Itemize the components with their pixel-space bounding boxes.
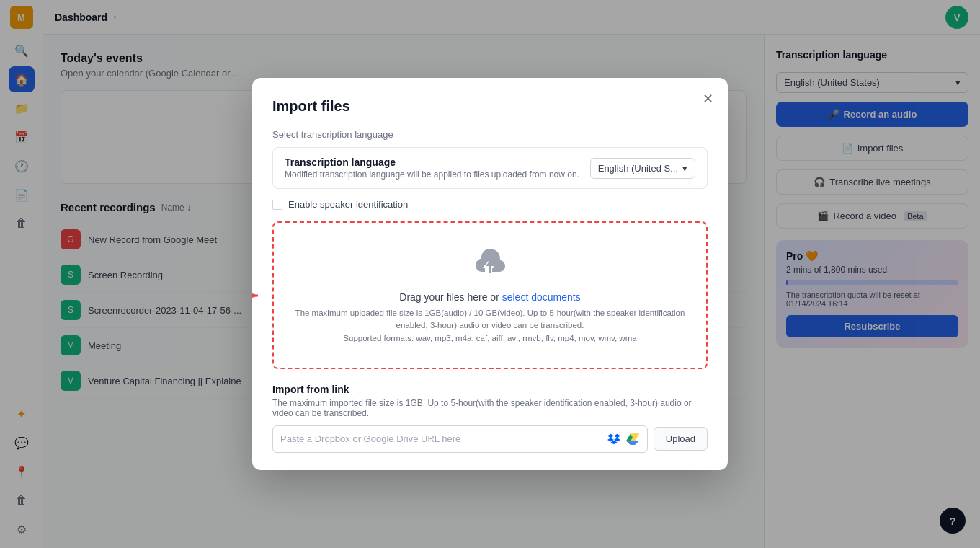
lang-row-title: Transcription language: [285, 156, 579, 168]
import-files-modal: ✕ Import files Select transcription lang…: [252, 78, 728, 470]
upload-drag-text: Drag your files here or select documents: [288, 291, 692, 303]
cloud-upload-icon: [288, 246, 692, 284]
link-input-wrap: Paste a Dropbox or Google Drive URL here: [272, 425, 648, 453]
modal-language-value: English (United S...: [598, 163, 678, 174]
modal-overlay[interactable]: ✕ Import files Select transcription lang…: [0, 0, 980, 548]
modal-title: Import files: [272, 98, 708, 115]
upload-info-line2: Supported formats: wav, mp3, m4a, caf, a…: [288, 332, 692, 345]
import-link-title: Import from link: [272, 384, 708, 395]
modal-lang-chevron-icon: ▾: [682, 163, 687, 174]
import-link-sub: The maximum imported file size is 1GB. U…: [272, 398, 708, 418]
dropbox-icon: [607, 432, 621, 446]
lang-row-sub: Modified transcription language will be …: [285, 169, 579, 180]
modal-close-button[interactable]: ✕: [703, 92, 713, 105]
speaker-label: Enable speaker identification: [288, 199, 408, 210]
link-placeholder: Paste a Dropbox or Google Drive URL here: [280, 433, 460, 444]
language-row: Transcription language Modified transcri…: [272, 147, 708, 189]
upload-drop-zone[interactable]: Drag your files here or select documents…: [272, 221, 708, 369]
red-arrow-icon: [252, 285, 265, 306]
upload-zone-wrapper: Drag your files here or select documents…: [272, 221, 708, 369]
speaker-identification-row: Enable speaker identification: [272, 199, 708, 210]
modal-language-select[interactable]: English (United S... ▾: [590, 158, 695, 179]
lang-row-left: Transcription language Modified transcri…: [285, 156, 579, 180]
upload-info-line1: The maximum uploaded file size is 1GB(au…: [288, 307, 692, 332]
link-icons: [607, 432, 640, 446]
link-input-row: Paste a Dropbox or Google Drive URL here: [272, 425, 708, 453]
speaker-checkbox[interactable]: [272, 200, 282, 210]
select-documents-link[interactable]: select documents: [502, 291, 581, 303]
upload-button[interactable]: Upload: [654, 427, 708, 451]
modal-language-label: Select transcription language: [272, 129, 708, 140]
gdrive-icon: [625, 432, 640, 446]
